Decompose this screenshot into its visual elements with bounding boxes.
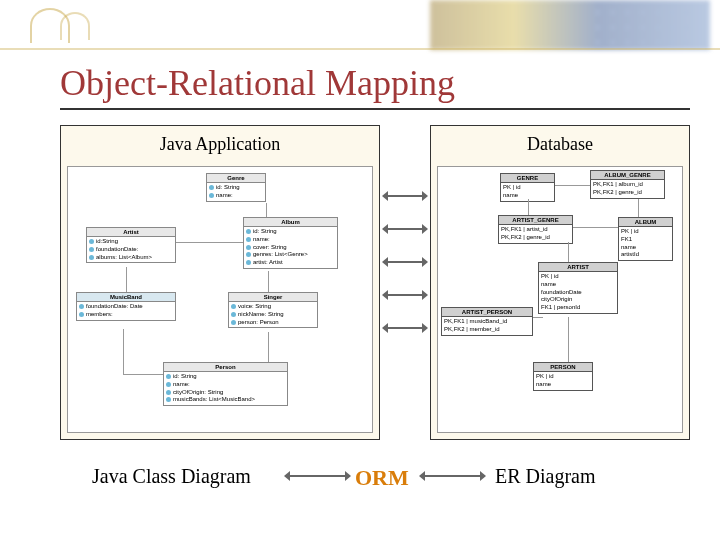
er-table-artist-genre: ARTIST_GENRE PK,FK1 | artist_idPK,FK2 | … (498, 215, 573, 244)
decoration-underline (0, 48, 720, 50)
database-panel-title: Database (431, 126, 689, 163)
uml-class-person: Person id: Stringname:cityOfOrigin: Stri… (163, 362, 288, 406)
slide-decoration (0, 0, 720, 50)
footer-captions: Java Class Diagram ORM ER Diagram (0, 465, 720, 505)
uml-link (176, 242, 243, 243)
double-arrow-icon (382, 255, 428, 269)
uml-class-musicband: MusicBand foundationDate: Datemembers: (76, 292, 176, 321)
uml-link (266, 203, 267, 217)
java-application-panel: Java Application Genre id: Stringname: A… (60, 125, 380, 440)
er-caption: ER Diagram (495, 465, 596, 488)
double-arrow-icon (290, 475, 345, 477)
er-table-artist: ARTIST PK | idnamefoundationDatecityOfOr… (538, 262, 618, 314)
java-panel-title: Java Application (61, 126, 379, 163)
er-link (528, 199, 529, 215)
er-table-person: PERSON PK | idname (533, 362, 593, 391)
title-underline (60, 108, 690, 110)
uml-class-genre: Genre id: Stringname: (206, 173, 266, 202)
uml-link (123, 374, 163, 375)
er-table-genre: GENRE PK | idname (500, 173, 555, 202)
er-link (638, 199, 639, 217)
uml-diagram-container: Genre id: Stringname: Artist id:Stringfo… (67, 166, 373, 433)
java-caption: Java Class Diagram (92, 465, 251, 488)
mapping-arrows (382, 170, 428, 354)
er-diagram-container: GENRE PK | idname ALBUM_GENRE PK,FK1 | a… (437, 166, 683, 433)
double-arrow-icon (382, 321, 428, 335)
orm-label: ORM (355, 465, 409, 491)
er-link (573, 227, 618, 228)
double-arrow-icon (425, 475, 480, 477)
double-arrow-icon (382, 288, 428, 302)
database-panel: Database GENRE PK | idname ALBUM_GENRE P… (430, 125, 690, 440)
uml-link (268, 332, 269, 362)
er-table-album: ALBUM PK | idFK1nameartistId (618, 217, 673, 261)
uml-link (268, 271, 269, 292)
er-link (555, 185, 590, 186)
er-link (568, 242, 569, 262)
er-link (533, 317, 543, 318)
uml-link (123, 329, 124, 374)
double-arrow-icon (382, 222, 428, 236)
uml-link (126, 267, 127, 292)
uml-class-album: Album id: Stringname:cover: Stringgenres… (243, 217, 338, 269)
er-link (568, 317, 569, 362)
uml-class-artist: Artist id:StringfoundationDate:albums: L… (86, 227, 176, 263)
er-table-artist-person: ARTIST_PERSON PK,FK1 | musicBand_idPK,FK… (441, 307, 533, 336)
slide-title: Object-Relational Mapping (60, 62, 455, 104)
er-table-album-genre: ALBUM_GENRE PK,FK1 | album_idPK,FK2 | ge… (590, 170, 665, 199)
double-arrow-icon (382, 189, 428, 203)
uml-class-singer: Singer voice: StringnickName: Stringpers… (228, 292, 318, 328)
flower-decoration (430, 0, 710, 50)
